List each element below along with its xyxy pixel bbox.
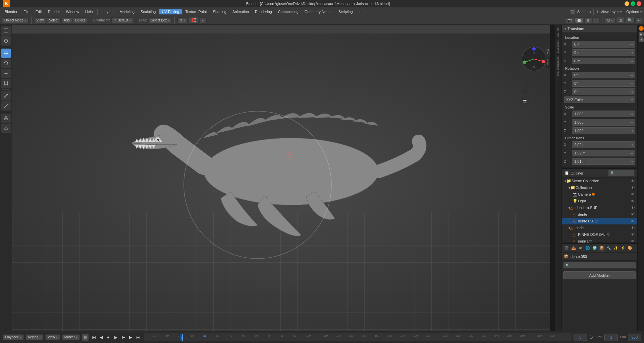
outliner-dentiera[interactable]: ▾ △ dentiera.SUP 👁 <box>562 204 637 211</box>
pupilla-eye[interactable]: 👁 <box>631 239 635 243</box>
marker-dropdown[interactable]: Marker ▾ <box>62 334 80 340</box>
next-keyframe-btn[interactable]: ▶ <box>127 334 134 341</box>
view-layer-props-icon[interactable]: 👁 <box>577 245 584 252</box>
play-btn[interactable]: ▶ <box>113 334 119 341</box>
camera-view-btn[interactable]: 📷 <box>521 96 529 105</box>
orientation-dropdown[interactable]: ↺ Default ▾ <box>111 17 133 23</box>
loc-z-field[interactable]: 0 m ⇔ <box>572 58 635 64</box>
playback-dropdown[interactable]: Playback ▾ <box>3 334 24 340</box>
3d-viewport[interactable]: User Perspective (3) Scene Collection | … <box>12 25 550 331</box>
add-object-btn[interactable] <box>1 124 11 133</box>
object-props-icon[interactable]: 📦 <box>598 245 605 252</box>
physics-props-icon[interactable]: ⚡ <box>620 245 626 252</box>
workspace-add[interactable]: + <box>356 9 364 14</box>
outliner-camera[interactable]: 📷 Camera 👁 <box>562 191 637 198</box>
3dprint-tab[interactable]: 3D Print <box>556 26 560 39</box>
outliner-dente050[interactable]: △ dente.050 ▽ 👁 <box>562 218 637 224</box>
workspace-layout[interactable]: Layout <box>100 9 116 14</box>
overlay-dropdown[interactable]: ⬡ ▾ <box>605 17 615 23</box>
keying-dropdown[interactable]: Keying ▾ <box>26 334 44 340</box>
stop-recording-btn[interactable] <box>82 334 89 341</box>
jump-end-btn[interactable]: ⏭ <box>135 334 142 341</box>
scale-y-field[interactable]: 1.000 ⇔ <box>572 119 635 126</box>
end-frame-input[interactable]: 250 <box>628 334 641 341</box>
transform-panel-header[interactable]: ▾ Transform <box>562 25 637 33</box>
frame-rate-btn[interactable]: ⏱ <box>589 335 593 340</box>
outliner-scene-collection[interactable]: ▾ 📁 Scene Collection 👁 <box>562 178 637 184</box>
scale-tool-btn[interactable] <box>1 69 11 78</box>
workspace-geometry-nodes[interactable]: Geometry Nodes <box>302 9 335 14</box>
rot-y-field[interactable]: 0° ⇔ <box>572 80 635 87</box>
rot-z-field[interactable]: 0° ⇔ <box>572 88 635 95</box>
menu-help[interactable]: Help <box>83 9 96 14</box>
view-dropdown[interactable]: View ▾ <box>45 334 60 340</box>
outliner-dente[interactable]: △ dente 👁 <box>562 211 637 218</box>
rotate-tool-btn[interactable] <box>1 59 11 68</box>
menu-render[interactable]: Render <box>45 9 63 14</box>
dente-eye[interactable]: 👁 <box>631 212 635 216</box>
pinne1-eye[interactable]: 👁 <box>631 232 635 236</box>
orbit-gizmo[interactable]: Z X Y <box>521 46 547 72</box>
outliner-pinne1[interactable]: △ PINNE DORSALI ▽ 👁 <box>562 231 637 238</box>
view-menu[interactable]: View <box>34 17 46 23</box>
scale-x-field[interactable]: 1.000 ⇔ <box>572 111 635 117</box>
world-props-icon[interactable]: 🌍 <box>591 245 598 252</box>
outliner-pupilla[interactable]: △ pupilla ▽ 👁 <box>562 238 637 243</box>
outliner-light[interactable]: 💡 Light 👁 <box>562 198 637 204</box>
move-tool-btn[interactable] <box>1 49 11 58</box>
object-menu[interactable]: Object <box>73 17 87 23</box>
outliner-collection[interactable]: ▾ 📁 Collection 👁 <box>562 184 637 191</box>
prev-keyframe-btn[interactable]: ◀ <box>98 334 105 341</box>
viewport-rendered[interactable]: ○ <box>593 17 600 23</box>
material-props-icon[interactable]: 🎨 <box>627 245 633 252</box>
maximize-button[interactable]: □ <box>631 1 635 6</box>
start-frame-input[interactable]: 1 <box>604 334 618 341</box>
dentiera-eye[interactable]: 👁 <box>631 206 635 210</box>
workspace-rendering[interactable]: Rendering <box>252 9 275 14</box>
select-tool-btn[interactable] <box>1 26 11 36</box>
current-frame-marker[interactable]: 3 <box>180 334 182 341</box>
measure-tool-btn[interactable] <box>1 101 11 111</box>
rot-x-field[interactable]: 0° ⇔ <box>572 72 635 78</box>
dente050-eye[interactable]: 👁 <box>631 219 635 223</box>
dim-z-field[interactable]: 1.01 m ⇔ <box>572 158 635 165</box>
close-button[interactable]: ✕ <box>637 1 641 6</box>
scale-z-field[interactable]: 1.000 ⇔ <box>572 127 635 134</box>
select-menu[interactable]: Select <box>47 17 61 23</box>
step-back-btn[interactable]: ◀| <box>105 334 112 341</box>
scene-props-icon[interactable]: 🌐 <box>584 245 591 252</box>
workspace-scripting[interactable]: Scripting <box>336 9 356 14</box>
menu-file[interactable]: File <box>21 9 32 14</box>
menu-edit[interactable]: Edit <box>33 9 45 14</box>
euler-mode-dropdown[interactable]: XYZ Euler ▾ <box>564 96 635 103</box>
right-icon-1[interactable]: ▶ <box>639 32 644 37</box>
workspace-sculpting[interactable]: Sculpting <box>138 9 158 14</box>
select-box-dropdown[interactable]: Select Box ▾ <box>149 17 172 23</box>
tab-view[interactable]: View <box>546 57 550 68</box>
workspace-texture-paint[interactable]: Texture Paint <box>182 9 209 14</box>
current-frame-input[interactable]: 3 <box>574 334 587 341</box>
modifier-props-icon[interactable]: 🔧 <box>605 245 612 252</box>
dim-x-field[interactable]: 2.02 m ⇔ <box>572 141 635 148</box>
cursor-tool-btn[interactable] <box>1 36 11 46</box>
outliner-occhi[interactable]: ▾ △ occhi 👁 <box>562 224 637 231</box>
zoom-out-btn[interactable]: − <box>521 86 529 95</box>
scene-collection-eye[interactable]: 👁 <box>631 179 635 183</box>
loc-x-field[interactable]: 0 m ⇔ <box>572 41 635 48</box>
workspace-animation[interactable]: Animation <box>230 9 252 14</box>
scene-label[interactable]: Scene <box>577 10 588 14</box>
particles-props-icon[interactable]: ✨ <box>612 245 619 252</box>
workspace-uv-editing[interactable]: UV Editing <box>159 9 182 14</box>
tab-tool[interactable]: Tool <box>546 47 550 57</box>
properties-search-input[interactable]: 🔍 <box>563 262 636 269</box>
light-eye[interactable]: 👁 <box>631 199 635 203</box>
render-props-icon[interactable]: 🎬 <box>563 245 570 252</box>
occhi-eye[interactable]: 👁 <box>631 226 635 230</box>
add-menu[interactable]: Add <box>61 17 72 23</box>
jump-start-btn[interactable]: ⏮ <box>91 334 97 341</box>
xray-toggle[interactable]: ◫ <box>616 17 624 23</box>
minimize-button[interactable]: ─ <box>625 1 629 6</box>
transform-pivot[interactable]: ⊙ ▾ <box>177 17 187 23</box>
workspace-shading[interactable]: Shading <box>210 9 229 14</box>
viewport-render[interactable]: 📷 <box>565 17 574 23</box>
